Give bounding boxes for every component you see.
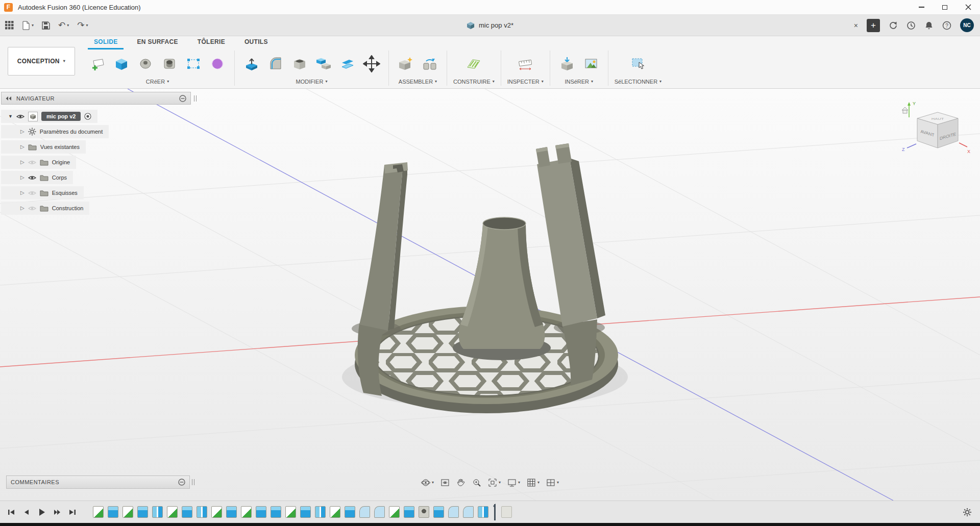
browser-item-esquisses[interactable]: ▷ Esquisses <box>1 186 84 199</box>
visibility-eye-icon[interactable] <box>28 190 36 196</box>
timeline-feature-sketch[interactable] <box>285 506 296 518</box>
timeline-feature-extrude[interactable] <box>404 506 414 518</box>
timeline-feature-ghost[interactable] <box>501 506 512 518</box>
visibility-eye-icon[interactable] <box>16 114 24 119</box>
revolve-button[interactable] <box>135 52 156 76</box>
go-to-end-button[interactable] <box>66 506 79 518</box>
browser-item-construction[interactable]: ▷ Construction <box>1 202 89 215</box>
timeline-feature-mirror[interactable] <box>152 506 163 518</box>
timeline-options-button[interactable] <box>963 508 972 517</box>
timeline-feature-sketch[interactable] <box>167 506 178 518</box>
timeline-position-marker[interactable] <box>494 504 496 520</box>
timeline-feature-extrude[interactable] <box>345 506 355 518</box>
go-to-start-button[interactable] <box>5 506 17 518</box>
timeline-feature-hole[interactable] <box>419 506 429 518</box>
viewcube[interactable]: HAUT AVANT DROITE Y X Z <box>899 98 973 158</box>
timeline-feature-fillet[interactable] <box>359 506 370 518</box>
timeline-feature-mirror[interactable] <box>197 506 207 518</box>
panel-resize-grip[interactable] <box>194 95 197 102</box>
expand-arrow-icon[interactable]: ▷ <box>20 160 24 165</box>
timeline-feature-extrude[interactable] <box>433 506 444 518</box>
tab-outils[interactable]: OUTILS <box>238 36 274 49</box>
panel-resize-grip[interactable] <box>192 479 194 485</box>
help-button[interactable]: ? <box>942 21 951 30</box>
group-label-inserer[interactable]: INSéRER ▾ <box>565 79 593 85</box>
timeline-feature-extrude[interactable] <box>182 506 192 518</box>
data-panel-button[interactable] <box>5 21 14 30</box>
panel-minus-icon[interactable] <box>178 479 185 486</box>
close-button[interactable] <box>957 0 980 14</box>
pattern-button[interactable] <box>183 52 204 76</box>
move-copy-button[interactable] <box>361 52 382 76</box>
timeline-feature-sketch[interactable] <box>389 506 400 518</box>
step-forward-button[interactable] <box>51 506 63 518</box>
browser-item-origine[interactable]: ▷ Origine <box>1 156 76 169</box>
zoom-button[interactable] <box>470 475 484 490</box>
group-label-construire[interactable]: CONSTRUIRE ▾ <box>453 79 495 85</box>
timeline-feature-extrude[interactable] <box>108 506 118 518</box>
viewcube-home-icon[interactable] <box>902 107 908 113</box>
timeline-track[interactable] <box>93 504 512 520</box>
root-component-name[interactable]: mic pop v2 <box>41 112 81 121</box>
timeline-feature-sketch[interactable] <box>211 506 222 518</box>
grid-settings-button[interactable]: ▾ <box>524 475 542 490</box>
timeline-feature-sketch[interactable] <box>241 506 252 518</box>
pan-button[interactable] <box>454 475 468 490</box>
play-button[interactable] <box>36 506 48 518</box>
document-tab[interactable]: mic pop v2* <box>467 15 513 36</box>
timeline-feature-sketch[interactable] <box>93 506 104 518</box>
select-button[interactable] <box>627 52 649 76</box>
timeline-feature-extrude[interactable] <box>300 506 311 518</box>
group-label-modifier[interactable]: MODIFIER ▾ <box>296 79 328 85</box>
shell-button[interactable] <box>289 52 310 76</box>
step-back-button[interactable] <box>20 506 33 518</box>
insert-derive-button[interactable] <box>556 52 578 76</box>
save-button[interactable] <box>42 21 50 30</box>
redo-button[interactable]: ↷ ▾ <box>77 21 88 30</box>
visibility-eye-icon[interactable] <box>28 206 36 211</box>
expand-arrow-icon[interactable]: ▷ <box>20 206 24 211</box>
display-settings-button[interactable]: ▾ <box>505 475 523 490</box>
expand-arrow-icon[interactable]: ▷ <box>20 129 24 134</box>
visibility-eye-icon[interactable] <box>28 175 36 181</box>
timeline-feature-sketch[interactable] <box>122 506 133 518</box>
viewports-button[interactable]: ▾ <box>544 475 561 490</box>
new-component-button[interactable] <box>395 52 416 76</box>
expand-arrow-icon[interactable]: ▷ <box>20 190 24 195</box>
browser-item-parametres[interactable]: ▷ Paramètres du document <box>1 125 109 138</box>
insert-canvas-button[interactable] <box>580 52 602 76</box>
browser-item-corps[interactable]: ▷ Corps <box>1 171 73 184</box>
expand-arrow-icon[interactable]: ▷ <box>20 175 24 180</box>
extrude-button[interactable] <box>111 52 132 76</box>
orbit-button[interactable]: ▾ <box>419 475 436 490</box>
file-menu-button[interactable]: ▾ <box>22 21 34 30</box>
timeline-feature-mirror[interactable] <box>478 506 488 518</box>
fit-button[interactable]: ▾ <box>485 475 503 490</box>
timeline-feature-fillet[interactable] <box>463 506 474 518</box>
sync-status-button[interactable] <box>889 21 898 30</box>
timeline-feature-sketch[interactable] <box>330 506 340 518</box>
close-document-tab-button[interactable]: × <box>854 21 858 30</box>
tab-en-surface[interactable]: EN SURFACE <box>131 36 184 49</box>
timeline-feature-extrude[interactable] <box>256 506 266 518</box>
activate-component-radio[interactable] <box>84 113 91 120</box>
press-pull-button[interactable] <box>241 52 262 76</box>
browser-root-component[interactable]: ▼ mic pop v2 <box>1 110 97 123</box>
group-label-creer[interactable]: CRéER ▾ <box>146 79 169 85</box>
construction-plane-button[interactable] <box>463 52 484 76</box>
panel-minus-icon[interactable] <box>179 95 186 102</box>
visibility-eye-icon[interactable] <box>28 160 36 165</box>
joint-button[interactable] <box>419 52 440 76</box>
user-avatar[interactable]: NC <box>960 18 974 32</box>
undo-button[interactable]: ↶ ▾ <box>58 21 69 30</box>
fillet-button[interactable] <box>265 52 286 76</box>
create-sketch-button[interactable] <box>87 52 108 76</box>
3d-model[interactable] <box>342 143 628 413</box>
collapse-panel-icon[interactable] <box>6 96 12 101</box>
navigator-header[interactable]: NAVIGATEUR <box>1 92 191 105</box>
timeline-feature-extrude[interactable] <box>271 506 281 518</box>
comments-panel[interactable]: COMMENTAIRES <box>6 475 190 489</box>
expand-arrow-icon[interactable]: ▼ <box>8 114 13 119</box>
offset-face-button[interactable] <box>337 52 358 76</box>
viewport-canvas[interactable]: NAVIGATEUR ▼ mic pop v2 ▷ Paramètres <box>0 89 980 500</box>
